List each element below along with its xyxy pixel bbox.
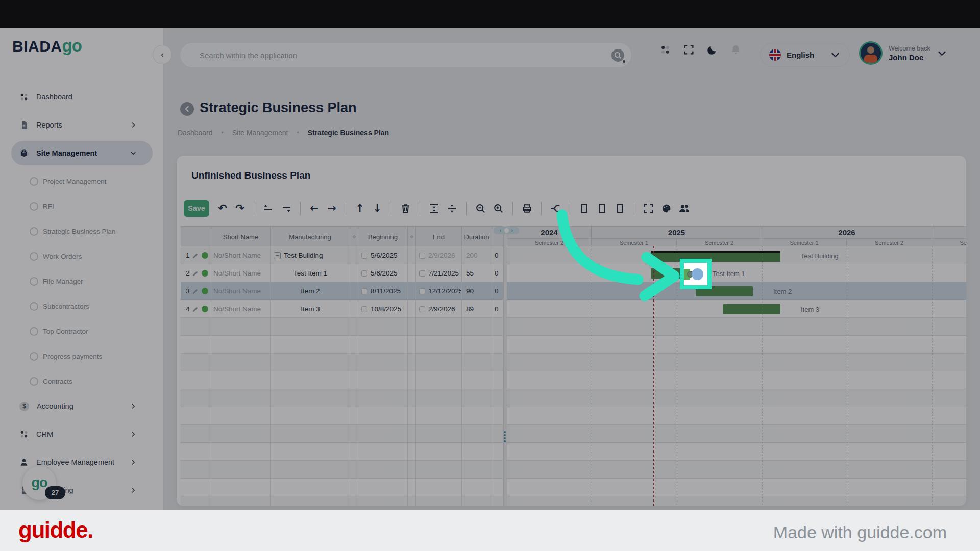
expand-all-button[interactable]	[428, 201, 440, 215]
gantt-bar-item-3[interactable]	[723, 304, 780, 314]
sidebar-item-label: Dashboard	[36, 93, 72, 101]
sidebar-item-rfi[interactable]: RFI	[11, 194, 153, 219]
extra-cell[interactable]: 0	[492, 282, 503, 300]
extra-cell[interactable]: 0	[492, 246, 503, 264]
zoom-in-button[interactable]	[492, 201, 505, 215]
gantt-panel: Unfinished Business Plan Save ↶↷←→↑↓ Sho…	[177, 156, 966, 506]
sidebar-item-work-orders[interactable]: Work Orders	[11, 244, 153, 269]
profile-menu[interactable]: Welcome back John Doe	[859, 41, 947, 65]
undo-button[interactable]: ↶	[216, 201, 229, 215]
checkbox-icon[interactable]	[361, 253, 368, 259]
short-name-cell[interactable]: No/Short Name	[211, 264, 271, 282]
duration-cell[interactable]: 200	[462, 246, 492, 264]
short-name-cell[interactable]: No/Short Name	[211, 282, 271, 300]
extra-cell[interactable]: 0	[492, 264, 503, 282]
end-cell[interactable]: 12/12/2025	[416, 282, 462, 300]
indent-button[interactable]	[280, 201, 292, 215]
pane-splitter[interactable]	[503, 226, 507, 506]
duration-cell[interactable]: 55	[462, 264, 492, 282]
resources-button[interactable]	[678, 201, 691, 215]
critical-path-button[interactable]	[549, 201, 562, 215]
sidebar-item-subcontractors[interactable]: Subcontractors	[11, 294, 153, 319]
layout-left-button[interactable]	[578, 201, 591, 215]
splitter-grip-dots[interactable]	[504, 430, 506, 443]
save-button[interactable]: Save	[184, 200, 209, 217]
beginning-cell[interactable]: 10/8/2025	[358, 300, 408, 318]
end-cell[interactable]: 7/21/2025	[416, 264, 462, 282]
move-up-button[interactable]: ↑	[354, 201, 366, 215]
layout-center-button[interactable]	[596, 201, 608, 215]
bell-icon[interactable]	[730, 44, 741, 55]
semester-grid-line	[762, 246, 763, 506]
theme-button[interactable]	[660, 201, 673, 215]
layout-right-button[interactable]	[614, 201, 626, 215]
back-button[interactable]	[180, 102, 194, 116]
row-tools-cell[interactable]: 2	[181, 264, 211, 282]
sidebar-item-top-contractor[interactable]: Top Contractor	[11, 319, 153, 344]
collapse-row-icon[interactable]: −	[274, 252, 281, 259]
outdent-button[interactable]	[262, 201, 275, 215]
toolbar-separator	[300, 202, 301, 215]
sidebar-item-file-manager[interactable]: File Manager	[11, 269, 153, 294]
fit-icon[interactable]	[683, 44, 694, 55]
row-tools-cell[interactable]: 3	[181, 282, 211, 300]
sidebar-item-progress-payments[interactable]: Progress payments	[11, 344, 153, 369]
table-row: 4No/Short NameItem 310/8/20252/9/2026890	[181, 300, 503, 318]
sidebar-collapse-button[interactable]: ‹	[153, 45, 172, 64]
beginning-cell[interactable]: 5/6/2025	[358, 264, 408, 282]
breadcrumb-dashboard[interactable]: Dashboard	[178, 129, 213, 137]
checkbox-icon[interactable]	[361, 288, 368, 294]
row-tools-cell[interactable]: 1	[181, 246, 211, 264]
checkbox-icon[interactable]	[361, 306, 368, 312]
move-left-button[interactable]: ←	[308, 201, 321, 215]
sidebar-item-project-management[interactable]: Project Management	[11, 169, 153, 194]
end-cell[interactable]: 2/9/2026	[416, 246, 462, 264]
gantt-bar-label: Test Building	[801, 252, 839, 260]
guidde-footer: guidde. Made with guidde.com	[0, 510, 980, 551]
semester-grid-line	[677, 246, 677, 506]
sidebar-item-crm[interactable]: CRM	[11, 422, 153, 446]
delete-button[interactable]	[399, 201, 412, 215]
sidebar-item-contracts[interactable]: Contracts	[11, 369, 153, 394]
move-down-button[interactable]: ↓	[371, 201, 383, 215]
zoom-out-button[interactable]	[474, 201, 487, 215]
checkbox-icon[interactable]	[419, 306, 425, 312]
annotation-spotlight-box	[680, 259, 712, 289]
gantt-bar-test-building[interactable]	[651, 251, 780, 262]
duration-cell[interactable]: 90	[462, 282, 492, 300]
extra-cell[interactable]: 0	[492, 300, 503, 318]
search-input[interactable]	[200, 43, 587, 67]
splitter-handle[interactable]: ‹ ›	[494, 227, 519, 234]
apps-icon[interactable]	[660, 44, 671, 55]
sidebar-item-site-management[interactable]: Site Management	[11, 141, 153, 165]
language-selector[interactable]: English	[760, 43, 850, 67]
beginning-cell[interactable]: 5/6/2025	[358, 246, 408, 264]
breadcrumb-site-management[interactable]: Site Management	[232, 129, 288, 137]
short-name-cell[interactable]: No/Short Name	[211, 300, 271, 318]
search-icon[interactable]	[611, 49, 624, 62]
sidebar-item-reports[interactable]: Reports	[11, 113, 153, 137]
checkbox-icon[interactable]	[419, 288, 425, 294]
sidebar-item-dashboard[interactable]: Dashboard	[11, 85, 153, 109]
checkbox-icon[interactable]	[419, 270, 425, 277]
sidebar-item-accounting[interactable]: $Accounting	[11, 394, 153, 418]
moon-icon[interactable]	[707, 44, 718, 55]
sidebar-item-strategic-business-plan[interactable]: Strategic Business Plan	[11, 219, 153, 244]
short-name-cell[interactable]: No/Short Name	[211, 246, 271, 264]
print-button[interactable]	[521, 201, 533, 215]
row-tools-cell[interactable]: 4	[181, 300, 211, 318]
redo-button[interactable]: ↷	[234, 201, 246, 215]
beginning-cell[interactable]: 8/11/2025	[358, 282, 408, 300]
sidebar-item-label: Project Management	[43, 178, 107, 185]
move-right-button[interactable]: →	[326, 201, 338, 215]
manufacturing-cell[interactable]: Item 2	[271, 282, 350, 300]
duration-cell[interactable]: 89	[462, 300, 492, 318]
checkbox-icon[interactable]	[419, 253, 425, 259]
manufacturing-cell[interactable]: Item 3	[271, 300, 350, 318]
end-cell[interactable]: 2/9/2026	[416, 300, 462, 318]
collapse-all-button[interactable]	[446, 201, 458, 215]
manufacturing-cell[interactable]: −Test Building	[271, 246, 350, 264]
fit-screen-button[interactable]	[642, 201, 655, 215]
checkbox-icon[interactable]	[361, 270, 368, 277]
manufacturing-cell[interactable]: Test Item 1	[271, 264, 350, 282]
